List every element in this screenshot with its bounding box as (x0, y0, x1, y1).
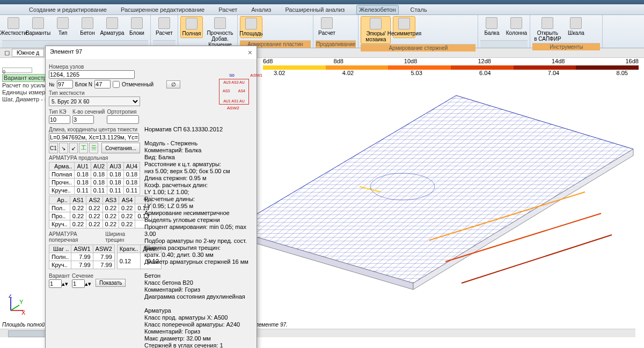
legend-ticks: 6d88d810d812d814d816d8 (263, 58, 639, 64)
ribbon-small-button[interactable] (418, 16, 427, 26)
ribbon-button[interactable]: Бетон (76, 16, 99, 37)
dialog-title: Элемент 97 (50, 48, 82, 57)
ribbon-small-button[interactable] (429, 27, 439, 36)
tool-1[interactable]: ↘ (59, 143, 68, 153)
ribbon-small-button[interactable] (340, 27, 350, 36)
menu-item[interactable]: Расширенное редактирование (119, 5, 207, 14)
ribbon-small-button[interactable] (465, 16, 474, 26)
ke-field (49, 115, 70, 124)
ribbon-small-button[interactable] (288, 27, 298, 36)
svg-line-12 (11, 305, 19, 310)
ribbon-button[interactable]: Жесткости (2, 16, 25, 37)
menu-item[interactable]: Сталь (408, 5, 429, 14)
ribbon-button[interactable]: Площадь (240, 16, 262, 38)
ribbon-button[interactable]: Полная (180, 16, 203, 38)
ribbon-button[interactable]: Арматура (101, 16, 123, 37)
tool-c1[interactable]: C1 (49, 143, 58, 153)
ribbon-small-button[interactable] (418, 27, 427, 36)
ribbon-button[interactable]: Эпюры/мозаика (361, 16, 391, 44)
dialog-toolbar: C1 ↘ ↙ 工 亖 Сочетания... (49, 143, 140, 153)
variant-spinner[interactable] (49, 279, 62, 288)
marked-checkbox[interactable] (113, 81, 120, 88)
element-number-field[interactable] (57, 80, 73, 88)
block-field (94, 80, 111, 88)
ribbon-small-button[interactable] (441, 27, 451, 36)
length-field (49, 133, 139, 142)
ribbon-small-button[interactable] (265, 27, 274, 36)
svg-text:Z: Z (9, 294, 12, 299)
ribbon-button[interactable]: ПрочностьДобав.Кручение (205, 16, 235, 49)
menu-item[interactable]: Анализ (249, 5, 273, 14)
section-spinner[interactable] (72, 279, 85, 288)
ribbon-small-button[interactable] (589, 16, 599, 26)
menu-item[interactable]: Расчет (216, 5, 239, 14)
ribbon-button[interactable]: Расчет (153, 16, 175, 37)
ribbon-small-button[interactable] (276, 16, 286, 26)
ribbon-small-button[interactable] (441, 16, 451, 26)
ribbon-button[interactable]: Расчет (316, 16, 338, 37)
cross-section-diagram: S0 ASW1 ASW2 AU3 AS2 AU AS3 AS4 AU1 AS1 … (219, 79, 249, 105)
menu-item[interactable]: Создание и редактирование (27, 5, 109, 14)
ribbon-button[interactable]: Колонна (505, 16, 528, 37)
titlebar (0, 0, 644, 4)
ribbon-button[interactable]: Варианты (27, 16, 49, 37)
ribbon-button[interactable]: Блоки (126, 16, 148, 37)
close-icon[interactable]: × (248, 48, 252, 57)
legend-bar (263, 65, 639, 70)
table-as: Ар..AS1AS2AS3AS4%Пол..0.220.220.220.220.… (49, 196, 152, 228)
combinations-button[interactable]: Сочетания... (101, 143, 140, 153)
3d-mesh-view[interactable] (199, 79, 639, 315)
menu-item[interactable]: Расширенный анализ (283, 5, 347, 14)
ribbon-small-button[interactable] (288, 16, 298, 26)
show-button[interactable]: Показать (96, 279, 126, 287)
tool-2[interactable]: ↙ (69, 143, 78, 153)
element-info-dialog: Элемент 97 × Номера узлов № Блок N Отмеч… (45, 46, 257, 348)
ribbon-small-button[interactable] (276, 27, 286, 36)
svg-text:Y: Y (19, 299, 24, 305)
ribbon-button[interactable]: Шкала (565, 16, 587, 37)
nodes-field[interactable] (49, 70, 135, 79)
ribbon-button[interactable]: Тип (52, 16, 74, 37)
menu-item[interactable]: Железобетон (356, 5, 398, 14)
section-count-field (72, 115, 94, 124)
ribbon-small-button[interactable] (265, 16, 274, 26)
tool-4[interactable]: 亖 (89, 143, 98, 153)
ribbon: ЖесткостиВариантыТипБетонАрматураБлоки Р… (0, 15, 644, 48)
ribbon-small-button[interactable] (300, 27, 310, 36)
diameter-button[interactable]: ∅ (166, 80, 180, 88)
info-text-panel: Норматив СП 63.13330.2012 Модуль - Стерж… (143, 125, 253, 348)
ortho-field (107, 115, 139, 124)
ribbon-button[interactable]: Открытьв САПФИР (532, 16, 562, 43)
ribbon-small-button[interactable] (429, 16, 439, 26)
ribbon-button[interactable]: Балка (480, 16, 503, 37)
svg-text:X: X (21, 309, 26, 316)
axis-gizmo: Z X Y (5, 294, 27, 316)
legend-vals: 3.024.025.036.047.048.05 (263, 70, 639, 76)
ribbon-small-button[interactable] (340, 16, 350, 26)
doc-tab[interactable]: Южное д (12, 49, 44, 57)
table-asw: Шаг ..ASW1ASW2Полн..7.997.99Круч..7.997.… (49, 245, 115, 269)
ribbon-small-button[interactable] (453, 27, 463, 36)
ribbon-small-button[interactable] (453, 16, 463, 26)
ribbon-small-button[interactable] (465, 27, 474, 36)
stiffness-select[interactable]: 5. Брус 20 X 60 (49, 97, 140, 106)
menubar: Создание и редактированиеРасширенное ред… (0, 4, 644, 15)
dialog-titlebar[interactable]: Элемент 97 × (46, 46, 257, 59)
ribbon-button[interactable]: Несимметрия (393, 16, 415, 38)
tool-3[interactable]: 工 (79, 143, 88, 153)
color-legend: 6d88d810d812d814d816d8 3.024.025.036.047… (263, 58, 639, 74)
ribbon-small-button[interactable] (589, 27, 599, 36)
ribbon-small-button[interactable] (300, 16, 310, 26)
table-au: Арма..AU1AU2AU3AU4Полная0.180.180.180.18… (49, 162, 140, 195)
